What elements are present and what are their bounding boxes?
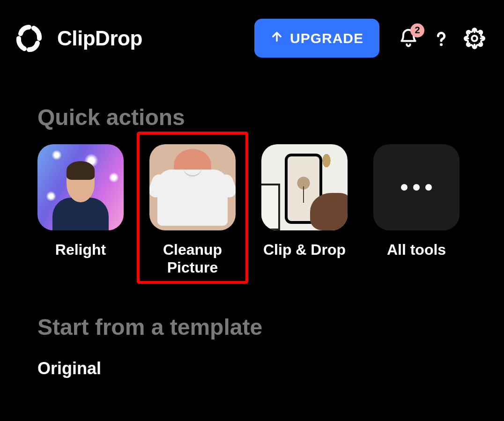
action-label: Clip & Drop	[263, 241, 346, 259]
settings-button[interactable]	[464, 28, 485, 49]
header-actions: 2	[398, 28, 485, 49]
highlight-box: Cleanup Picture	[138, 133, 247, 282]
notification-badge: 2	[410, 23, 424, 37]
header: ClipDrop UPGRADE 2	[0, 0, 504, 58]
help-button[interactable]	[432, 29, 451, 48]
action-cleanup-picture[interactable]: Cleanup Picture	[149, 144, 236, 277]
ellipsis-icon	[401, 184, 432, 191]
template-section: Start from a template Original	[37, 314, 467, 378]
notifications-button[interactable]: 2	[398, 28, 419, 49]
svg-point-0	[440, 43, 443, 46]
app-title: ClipDrop	[57, 27, 142, 50]
action-clip-and-drop[interactable]: Clip & Drop	[261, 144, 348, 277]
template-section-title: Start from a template	[37, 314, 467, 340]
logo-group: ClipDrop	[14, 23, 245, 53]
clipdrop-logo-icon	[14, 23, 44, 53]
action-relight[interactable]: Relight	[37, 144, 124, 277]
quick-actions-title: Quick actions	[37, 104, 467, 130]
action-label: Relight	[55, 241, 106, 259]
quick-actions-row: Relight Cleanup Picture	[37, 144, 467, 277]
content: Quick actions Relight	[0, 58, 504, 378]
arrow-up-icon	[270, 30, 283, 46]
action-label: Cleanup Picture	[149, 241, 236, 277]
question-icon	[432, 29, 451, 48]
relight-thumbnail	[37, 144, 124, 230]
all-tools-thumbnail	[373, 144, 460, 230]
upgrade-button[interactable]: UPGRADE	[254, 19, 379, 58]
svg-point-1	[472, 36, 477, 41]
cleanup-thumbnail	[149, 144, 236, 230]
clip-drop-thumbnail	[261, 144, 348, 230]
upgrade-label: UPGRADE	[290, 30, 363, 46]
gear-icon	[464, 28, 485, 49]
template-original[interactable]: Original	[37, 359, 467, 378]
action-all-tools[interactable]: All tools	[373, 144, 460, 277]
action-label: All tools	[387, 241, 446, 259]
